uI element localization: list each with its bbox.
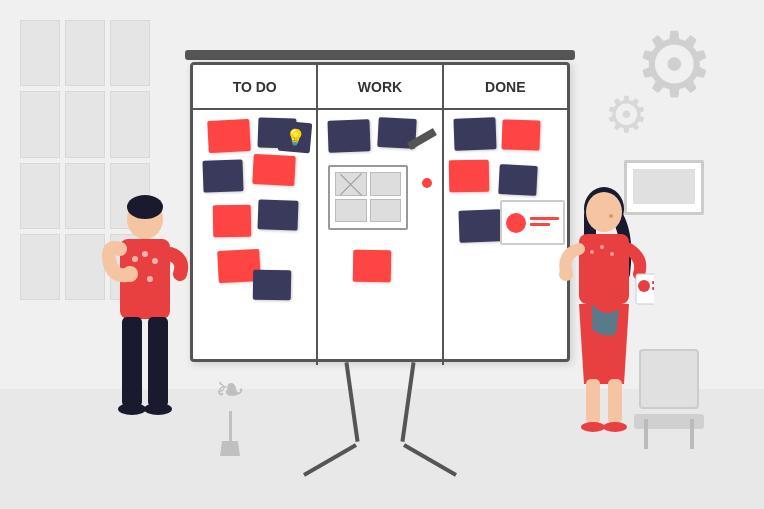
wall-tile xyxy=(20,20,60,86)
svg-rect-27 xyxy=(608,379,622,424)
wireframe-block xyxy=(335,199,367,223)
svg-rect-10 xyxy=(148,317,168,407)
svg-point-21 xyxy=(559,267,573,281)
svg-point-11 xyxy=(118,403,146,415)
sticky-note xyxy=(253,270,292,301)
svg-point-19 xyxy=(600,245,604,249)
whiteboard-base-left xyxy=(303,443,357,476)
whiteboard: TO DO WORK DONE xyxy=(190,62,570,362)
svg-point-1 xyxy=(127,195,163,219)
whiteboard-top-bar xyxy=(185,50,575,60)
svg-point-20 xyxy=(610,252,614,256)
sticky-note xyxy=(453,117,496,150)
person-left xyxy=(100,189,190,449)
wireframe-block xyxy=(370,199,402,223)
work-column xyxy=(318,110,443,365)
whiteboard-column-header-work: WORK xyxy=(318,65,443,108)
svg-point-8 xyxy=(122,266,138,282)
svg-point-15 xyxy=(586,192,622,232)
svg-rect-24 xyxy=(652,281,654,284)
sticky-note xyxy=(448,160,489,193)
wireframe-card xyxy=(328,165,408,230)
wall-tile xyxy=(20,163,60,229)
person-right-figure xyxy=(554,184,654,454)
svg-rect-17 xyxy=(579,234,629,304)
gear-small-icon: ⚙ xyxy=(604,90,649,140)
wall-tile xyxy=(20,91,60,157)
svg-rect-26 xyxy=(586,379,600,424)
wall-tile xyxy=(110,20,150,86)
whiteboard-leg-right xyxy=(400,362,415,442)
chair-leg-right xyxy=(690,419,694,449)
wireframe-block xyxy=(370,172,402,196)
wall-tile xyxy=(65,20,105,86)
svg-rect-25 xyxy=(652,287,654,290)
sticky-note xyxy=(353,250,392,283)
wall-tile xyxy=(65,91,105,157)
sticky-note xyxy=(257,199,298,230)
sticky-note xyxy=(207,119,251,153)
svg-point-28 xyxy=(581,422,605,432)
svg-point-5 xyxy=(152,258,158,264)
whiteboard-leg-left xyxy=(344,362,359,442)
wireframe-block xyxy=(335,172,367,196)
svg-point-23 xyxy=(638,280,650,292)
svg-point-29 xyxy=(603,422,627,432)
id-line xyxy=(530,223,550,226)
todo-column: 💡 xyxy=(193,110,318,365)
whiteboard-column-header-done: DONE xyxy=(444,65,567,108)
wireframe-inner xyxy=(335,172,401,222)
svg-point-18 xyxy=(590,250,594,254)
whiteboard-base-right xyxy=(403,443,457,476)
bulb-sticky-note: 💡 xyxy=(278,121,312,154)
wall-tile xyxy=(65,163,105,229)
sticky-note xyxy=(252,154,296,186)
sticky-note xyxy=(501,119,540,150)
svg-point-12 xyxy=(144,403,172,415)
bulb-icon: 💡 xyxy=(285,127,307,148)
whiteboard-header: TO DO WORK DONE xyxy=(193,65,567,110)
sticky-note xyxy=(328,119,371,152)
svg-point-7 xyxy=(147,276,153,282)
wall-tile xyxy=(110,91,150,157)
scene: ⚙ ⚙ ❧ TO DO WORK xyxy=(0,0,764,509)
id-avatar xyxy=(506,213,526,233)
red-dot xyxy=(422,178,432,188)
whiteboard-body: 💡 xyxy=(193,110,567,365)
sticky-note xyxy=(202,159,243,192)
wall-tile xyxy=(20,234,60,300)
done-column xyxy=(444,110,567,365)
svg-rect-9 xyxy=(122,317,142,407)
svg-point-16 xyxy=(609,214,613,218)
sticky-note xyxy=(458,209,501,242)
person-left-figure xyxy=(100,189,190,449)
whiteboard-column-header-todo: TO DO xyxy=(193,65,318,108)
sticky-note xyxy=(213,205,252,238)
svg-point-4 xyxy=(142,251,148,257)
svg-point-3 xyxy=(132,256,138,262)
person-right xyxy=(554,184,654,454)
wall-tile xyxy=(65,234,105,300)
whiteboard-stand: TO DO WORK DONE xyxy=(190,50,570,482)
sticky-note xyxy=(498,164,538,196)
whiteboard-legs xyxy=(190,362,570,482)
gear-large-icon: ⚙ xyxy=(634,20,734,120)
